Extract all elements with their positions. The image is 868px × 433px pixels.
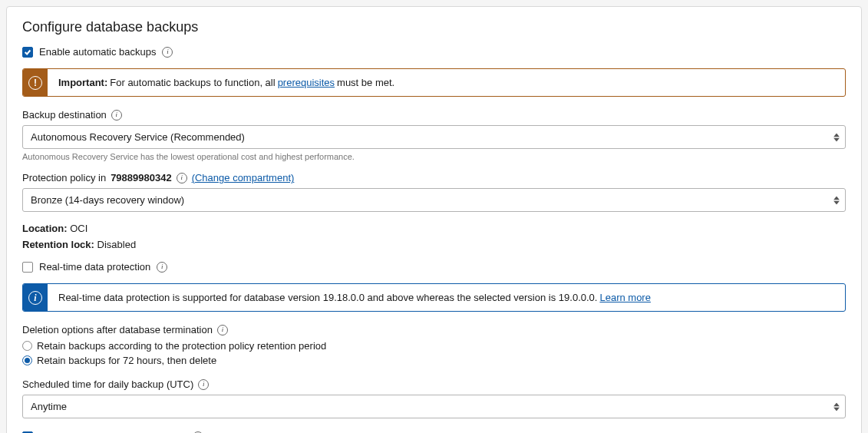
prerequisites-link[interactable]: prerequisites xyxy=(278,77,335,88)
deletion-options-section: Deletion options after database terminat… xyxy=(22,324,846,366)
scheduled-time-select[interactable]: Anytime xyxy=(22,395,846,418)
select-wrapper: Autonomous Recovery Service (Recommended… xyxy=(22,125,846,149)
deletion-option-1-radio[interactable] xyxy=(22,341,32,351)
location-value: OCI xyxy=(70,223,87,234)
info-icon[interactable] xyxy=(177,173,187,183)
info-icon[interactable] xyxy=(217,325,228,335)
configure-backups-panel: Configure database backups Enable automa… xyxy=(6,6,862,433)
protection-policy-label-prefix: Protection policy in xyxy=(22,172,106,183)
backup-destination-label: Backup destination xyxy=(22,109,107,121)
select-wrapper: Bronze (14-days recovery window) xyxy=(22,188,846,212)
field-label-row: Protection policy in 79889980342 (Change… xyxy=(22,172,846,183)
realtime-protection-label: Real-time data protection xyxy=(39,261,150,273)
deletion-options-label: Deletion options after database terminat… xyxy=(22,324,213,335)
info-icon[interactable] xyxy=(162,47,173,58)
alert-text-1: For automatic backups to function, all xyxy=(110,77,275,88)
protection-policy-compartment: 79889980342 xyxy=(111,172,172,183)
alert-body: Important: For automatic backups to func… xyxy=(48,69,405,96)
protection-policy-field: Protection policy in 79889980342 (Change… xyxy=(22,172,846,212)
static-info-block: Location: OCI Retention lock: Disabled xyxy=(22,223,846,250)
page-title: Configure database backups xyxy=(22,19,846,35)
protection-policy-select[interactable]: Bronze (14-days recovery window) xyxy=(22,188,846,212)
alert-body: Real-time data protection is supported f… xyxy=(48,284,662,311)
retention-lock-value: Disabled xyxy=(97,239,137,250)
deletion-option-1-label: Retain backups according to the protecti… xyxy=(37,340,326,352)
scheduled-time-label: Scheduled time for daily backup (UTC) xyxy=(22,378,193,390)
backup-destination-select[interactable]: Autonomous Recovery Service (Recommended… xyxy=(22,125,846,149)
location-row: Location: OCI xyxy=(22,223,846,234)
realtime-alert-text: Real-time data protection is supported f… xyxy=(58,292,597,303)
learn-more-link[interactable]: Learn more xyxy=(599,292,650,303)
realtime-protection-checkbox[interactable] xyxy=(22,262,33,273)
enable-automatic-checkbox[interactable] xyxy=(22,47,33,58)
select-wrapper: Anytime xyxy=(22,395,846,418)
scheduled-time-field: Scheduled time for daily backup (UTC) An… xyxy=(22,378,846,418)
alert-warning-icon: ! xyxy=(28,76,42,90)
realtime-protection-row: Real-time data protection xyxy=(22,261,846,273)
realtime-alert: i Real-time data protection is supported… xyxy=(22,283,846,312)
deletion-option-2-row: Retain backups for 72 hours, then delete xyxy=(22,355,846,366)
info-icon[interactable] xyxy=(111,110,122,121)
field-label-row: Scheduled time for daily backup (UTC) xyxy=(22,378,846,390)
alert-strong: Important: xyxy=(58,77,107,88)
backup-destination-helper: Autonomous Recovery Service has the lowe… xyxy=(22,152,846,161)
backup-destination-field: Backup destination Autonomous Recovery S… xyxy=(22,109,846,161)
info-icon[interactable] xyxy=(157,262,167,273)
enable-automatic-label: Enable automatic backups xyxy=(39,46,156,58)
field-label-row: Backup destination xyxy=(22,109,846,121)
important-alert: ! Important: For automatic backups to fu… xyxy=(22,68,846,97)
deletion-option-1-row: Retain backups according to the protecti… xyxy=(22,340,846,352)
alert-icon-box: i xyxy=(23,284,48,311)
alert-icon-box: ! xyxy=(23,69,48,96)
change-compartment-link[interactable]: (Change compartment) xyxy=(192,172,295,183)
location-label: Location: xyxy=(22,223,68,234)
deletion-option-2-label: Retain backups for 72 hours, then delete xyxy=(37,355,216,366)
alert-text-2: must be met. xyxy=(337,77,394,88)
deletion-option-2-radio[interactable] xyxy=(22,355,32,365)
retention-lock-label: Retention lock: xyxy=(22,239,94,250)
field-label-row: Deletion options after database terminat… xyxy=(22,324,846,335)
alert-info-icon: i xyxy=(28,291,42,305)
deletion-radio-group: Retain backups according to the protecti… xyxy=(22,340,846,366)
retention-lock-row: Retention lock: Disabled xyxy=(22,239,846,250)
info-icon[interactable] xyxy=(198,379,209,390)
enable-automatic-row: Enable automatic backups xyxy=(22,46,846,58)
